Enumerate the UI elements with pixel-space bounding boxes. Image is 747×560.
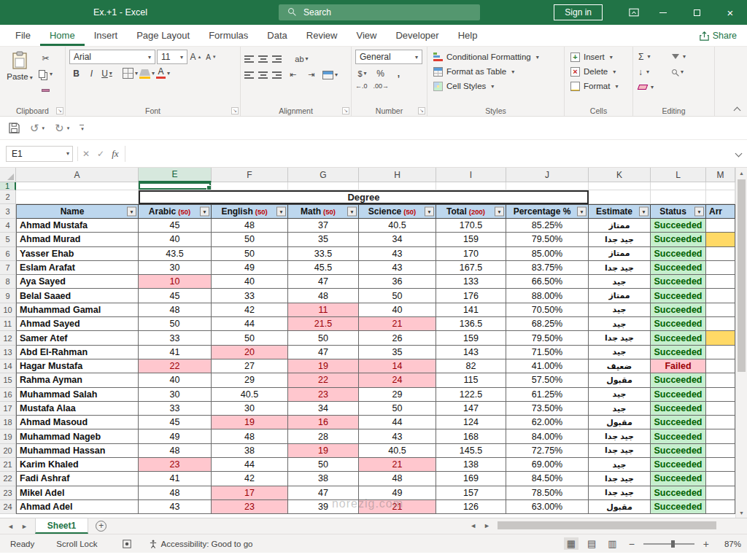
cell-L10[interactable]: Succeeded: [651, 303, 706, 317]
share-button[interactable]: Share: [700, 25, 737, 47]
cell-G16[interactable]: 23: [288, 388, 359, 402]
cell-K20[interactable]: جيد جدا: [589, 444, 651, 458]
cell-F11[interactable]: 44: [212, 317, 288, 331]
cell-F14[interactable]: 27: [212, 359, 288, 373]
accessibility-status[interactable]: Accessibility: Good to go: [149, 540, 253, 548]
cell-F23[interactable]: 17: [212, 486, 288, 500]
normal-view-icon[interactable]: ▦: [564, 537, 578, 550]
column-header-L[interactable]: L: [651, 168, 706, 182]
column-header-A[interactable]: A: [16, 168, 139, 182]
cell-G14[interactable]: 19: [288, 359, 359, 373]
cell-H21[interactable]: 21: [359, 458, 436, 472]
cell-M13[interactable]: [706, 346, 735, 359]
sheet-nav-left-icon[interactable]: ◄: [7, 523, 14, 530]
cell-L9[interactable]: Succeeded: [651, 289, 706, 303]
filter-dropdown-icon-L[interactable]: ▼: [694, 207, 704, 217]
cell-M23[interactable]: [706, 486, 735, 500]
cell-I14[interactable]: 82: [436, 359, 506, 373]
menu-tab-home[interactable]: Home: [40, 25, 85, 46]
sort-filter-button[interactable]: ▾: [670, 50, 708, 63]
cell-E10[interactable]: 48: [139, 303, 212, 317]
cell-M15[interactable]: [706, 373, 735, 387]
number-format-combo[interactable]: General▾: [355, 50, 422, 64]
row-header-19[interactable]: 19: [0, 429, 16, 443]
cell-G11[interactable]: 21.5: [288, 317, 359, 331]
cell-M24[interactable]: [706, 500, 735, 514]
cell-A15[interactable]: Rahma Ayman: [16, 373, 139, 387]
row-header-23[interactable]: 23: [0, 486, 16, 500]
font-size-combo[interactable]: 11▾: [157, 50, 187, 64]
cell-I4[interactable]: 170.5: [436, 219, 506, 233]
percent-style-button[interactable]: %: [374, 66, 387, 80]
cell-I5[interactable]: 159: [436, 233, 506, 246]
cell-G1[interactable]: [288, 182, 359, 190]
sheet-tab-sheet1[interactable]: Sheet1: [35, 518, 88, 534]
column-header-E[interactable]: E: [139, 168, 212, 182]
align-right-icon[interactable]: [272, 71, 282, 79]
cell-F22[interactable]: 42: [212, 472, 288, 486]
cell-L2[interactable]: [651, 190, 706, 204]
autosum-button[interactable]: Σ▾: [637, 50, 670, 63]
cell-A2[interactable]: [16, 190, 139, 204]
row-header-10[interactable]: 10: [0, 303, 16, 317]
menu-tab-view[interactable]: View: [347, 25, 386, 46]
cell-K10[interactable]: جيد: [589, 303, 651, 317]
increase-indent-button[interactable]: ⇥: [304, 68, 318, 82]
cell-M9[interactable]: [706, 289, 735, 303]
cell-J14[interactable]: 41.00%: [506, 359, 589, 373]
column-header-J[interactable]: J: [506, 168, 589, 182]
row-header-22[interactable]: 22: [0, 472, 16, 486]
cell-J1[interactable]: [506, 182, 589, 190]
scroll-left-icon[interactable]: ◄: [467, 522, 479, 529]
page-layout-view-icon[interactable]: ▤: [584, 537, 599, 550]
row-header-5[interactable]: 5: [0, 233, 16, 246]
maximize-button[interactable]: [680, 0, 713, 25]
cell-A19[interactable]: Muhammad Nageb: [16, 429, 139, 443]
header-arr[interactable]: Arr: [706, 204, 735, 219]
cell-M18[interactable]: [706, 416, 735, 429]
cancel-entry-icon[interactable]: ✕: [82, 149, 90, 159]
cell-J17[interactable]: 73.50%: [506, 402, 589, 416]
format-cells-button[interactable]: Format▾: [568, 79, 629, 93]
cell-K22[interactable]: جيد جدا: [589, 472, 651, 486]
sheet-nav-right-icon[interactable]: ►: [21, 523, 28, 530]
menu-tab-help[interactable]: Help: [449, 25, 487, 46]
menu-tab-file[interactable]: File: [6, 25, 40, 46]
cell-K21[interactable]: جيد: [589, 458, 651, 472]
cell-E8[interactable]: 10: [139, 275, 212, 289]
cell-F17[interactable]: 30: [212, 402, 288, 416]
row-header-3[interactable]: 3: [0, 204, 16, 219]
save-button[interactable]: [9, 122, 20, 133]
borders-button[interactable]: ▾: [123, 66, 138, 80]
cell-K15[interactable]: مقبول: [589, 373, 651, 387]
cell-J22[interactable]: 84.50%: [506, 472, 589, 486]
font-name-combo[interactable]: Arial▾: [69, 50, 155, 64]
cell-J18[interactable]: 62.00%: [506, 416, 589, 429]
cell-I8[interactable]: 133: [436, 275, 506, 289]
cell-F16[interactable]: 40.5: [212, 388, 288, 402]
menu-tab-data[interactable]: Data: [258, 25, 296, 46]
vertical-scrollbar[interactable]: ▲ ▼: [735, 168, 747, 518]
degree-merged-cell[interactable]: Degree: [139, 190, 589, 204]
cell-E22[interactable]: 41: [139, 472, 212, 486]
cell-K7[interactable]: جيد جدا: [589, 261, 651, 275]
cell-M4[interactable]: [706, 219, 735, 233]
delete-cells-button[interactable]: ×Delete▾: [568, 64, 629, 79]
format-painter-button[interactable]: [39, 83, 53, 97]
orientation-button[interactable]: ab▾: [295, 52, 309, 66]
scroll-right-icon[interactable]: ►: [481, 522, 493, 529]
cell-I11[interactable]: 136.5: [436, 317, 506, 331]
cell-G15[interactable]: 22: [288, 373, 359, 387]
header-total[interactable]: Total(200)▼: [436, 204, 506, 219]
cell-K9[interactable]: ممتاز: [589, 289, 651, 303]
cell-A17[interactable]: Mustafa Alaa: [16, 402, 139, 416]
cell-I23[interactable]: 157: [436, 486, 506, 500]
row-header-14[interactable]: 14: [0, 359, 16, 373]
cell-F18[interactable]: 19: [212, 416, 288, 429]
row-header-8[interactable]: 8: [0, 275, 16, 289]
cell-F19[interactable]: 48: [212, 429, 288, 443]
cell-G20[interactable]: 19: [288, 444, 359, 458]
cell-F24[interactable]: 23: [212, 500, 288, 514]
cell-A9[interactable]: Belal Saaed: [16, 289, 139, 303]
cell-K24[interactable]: مقبول: [589, 500, 651, 514]
